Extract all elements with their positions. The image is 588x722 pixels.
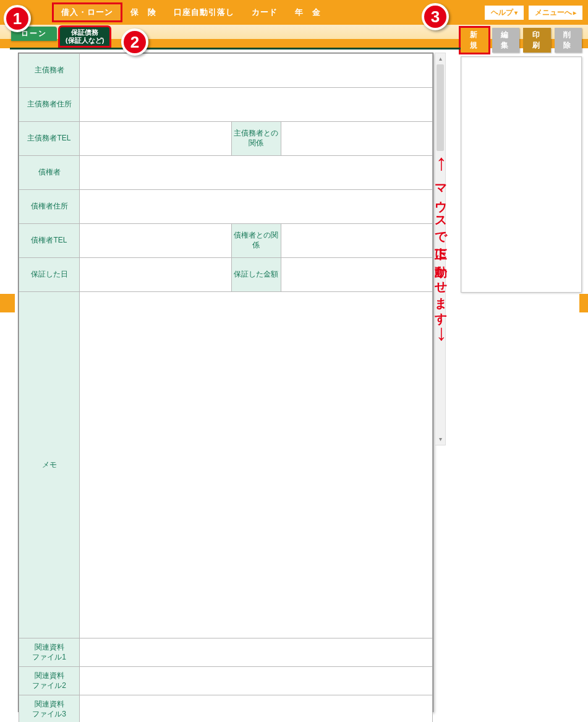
input-file3[interactable] [80,695,433,723]
label-file1-l1: 関連資料 [19,643,79,653]
input-file1[interactable] [80,638,433,667]
scroll-up-arrow-icon[interactable]: ▴ [435,53,445,64]
label-memo: メモ [19,292,80,638]
nav-autodebit[interactable]: 口座自動引落し [165,3,243,22]
form-area: 主債務者 主債務者住所 主債務者TEL 主債務者との関係 債権者 債権者住所 債… [18,53,433,712]
input-memo[interactable] [80,292,433,638]
arrow-up-icon: ↑ [433,152,450,174]
input-guarantee-date[interactable] [80,258,232,292]
input-guarantee-amount[interactable] [281,258,433,292]
input-main-debtor-tel[interactable] [80,122,232,156]
label-main-debtor-rel: 主債務者との関係 [231,122,281,156]
input-file2[interactable] [80,667,433,695]
label-file3: 関連資料 ファイル3 [19,695,80,723]
nav-loan[interactable]: 借入・ローン [53,3,122,22]
input-creditor-tel[interactable] [80,224,232,258]
label-creditor-tel: 債権者TEL [19,224,80,258]
orange-accent-right [579,294,588,312]
arrow-down-icon: ↓ [433,322,450,344]
input-main-debtor-addr[interactable] [80,88,433,122]
orange-accent-left [0,294,15,312]
record-listbox[interactable] [461,56,582,293]
scroll-hint: ↑ マウスで上下に動かせます ↓ [433,152,450,344]
input-main-debtor[interactable] [80,54,433,88]
input-creditor-addr[interactable] [80,190,433,224]
input-creditor[interactable] [80,156,433,190]
right-panel: 新 規 編 集 印 刷 削 除 [461,28,582,293]
callout-2: 2 [121,28,148,56]
input-main-debtor-rel[interactable] [281,122,433,156]
subtab-guarantee-l1: 保証債務 [66,28,104,37]
nav-card[interactable]: カード [243,3,286,22]
label-file3-l1: 関連資料 [19,700,79,710]
menu-button[interactable]: メニューへ [528,5,583,20]
label-file2: 関連資料 ファイル2 [19,667,80,695]
label-creditor-rel: 債権者との関係 [231,224,281,258]
edit-button[interactable]: 編 集 [492,28,520,53]
scroll-down-arrow-icon[interactable]: ▾ [435,434,445,445]
label-guarantee-amount: 保証した金額 [231,258,281,292]
subtab-guarantee-l2: (保証人など) [66,37,104,45]
nav-pension[interactable]: 年 金 [286,3,330,22]
label-main-debtor: 主債務者 [19,54,80,88]
label-file2-l1: 関連資料 [19,671,79,681]
help-button[interactable]: ヘルプ [484,5,524,20]
label-main-debtor-addr: 主債務者住所 [19,88,80,122]
label-file1: 関連資料 ファイル1 [19,638,80,667]
action-row: 新 規 編 集 印 刷 削 除 [461,28,582,53]
label-file3-l2: ファイル3 [19,710,79,720]
callout-3: 3 [422,3,449,30]
print-button[interactable]: 印 刷 [523,28,551,53]
top-nav: 借入・ローン 保 険 口座自動引落し カード 年 金 ヘルプ メニューへ [0,0,588,25]
subtab-guarantee[interactable]: 保証債務 (保証人など) [59,27,110,46]
delete-button[interactable]: 削 除 [555,28,582,53]
nav-insurance[interactable]: 保 険 [122,3,165,22]
label-guarantee-date: 保証した日 [19,258,80,292]
scroll-hint-text: マウスで上下に動かせます [433,176,450,319]
new-button[interactable]: 新 規 [461,28,488,53]
label-creditor: 債権者 [19,156,80,190]
label-main-debtor-tel: 主債務者TEL [19,122,80,156]
divider-line [10,48,461,49]
callout-1: 1 [4,5,31,32]
form-table: 主債務者 主債務者住所 主債務者TEL 主債務者との関係 債権者 債権者住所 債… [19,53,433,722]
label-creditor-addr: 債権者住所 [19,190,80,224]
scroll-thumb[interactable] [437,64,444,151]
label-file2-l2: ファイル2 [19,681,79,691]
label-file1-l2: ファイル1 [19,653,79,663]
input-creditor-rel[interactable] [281,224,433,258]
